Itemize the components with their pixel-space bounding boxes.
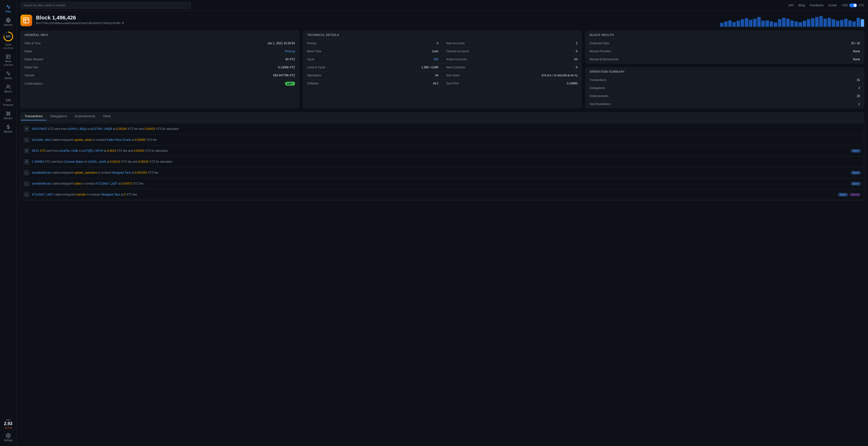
new-accounts-value: 2 <box>576 42 578 45</box>
tx-content: 56.01 XTZ sent from tz1aFdz..U28k to tz1… <box>32 148 848 153</box>
svg-point-6 <box>7 100 9 101</box>
tx-to[interactable]: tz1S7WY..U6QR <box>91 127 112 131</box>
svg-rect-4 <box>6 55 10 59</box>
transaction-list: ↱ 500.676437 XTZ sent from tz1hPc1..68Qs… <box>21 124 864 200</box>
nav-feedback[interactable]: Feedback <box>810 3 824 7</box>
tx-badges: Batch <box>851 171 861 175</box>
cleared-accounts-row: Cleared Accounts 0 <box>442 47 581 56</box>
block-chart <box>720 14 864 27</box>
cycle-sublabel: +1d 47min <box>3 47 13 49</box>
block-hash: BLK7T9KLQVGWMywu4ajRUwbsqSZsk92V9Ew63c5U… <box>36 22 716 25</box>
chart-bar <box>762 21 765 27</box>
chart-bar <box>757 17 761 27</box>
tx-to[interactable]: tz1TQPo..NPV9 <box>82 149 103 152</box>
sidebar-label-markets: Markets <box>4 130 13 133</box>
chart-bar <box>848 21 852 27</box>
currency-toggle-switch[interactable] <box>849 3 857 7</box>
tx-from[interactable]: Coinone Baker <box>64 160 84 163</box>
sidebar: Stats Mainnet 377 Cycle +1d 47min Block … <box>0 0 17 446</box>
sidebar-item-settings[interactable]: Settings <box>1 431 16 444</box>
general-info-panel: General Info Date & Time Jun 1, 2021 10:… <box>21 31 299 108</box>
sidebar-item-election[interactable]: Election <box>1 109 16 122</box>
tx-amount[interactable]: 56.01 <box>32 149 39 152</box>
sidebar-item-cycle[interactable]: 377 Cycle +1d 47min <box>1 29 16 51</box>
chart-bar <box>795 22 798 27</box>
date-value: Jun 1, 2021 10:26:54 <box>268 42 295 45</box>
currency-toggle[interactable]: USD XTZ <box>842 3 864 7</box>
transfer-icon: ↱ <box>24 126 29 132</box>
sidebar-item-activity[interactable]: Activity <box>1 69 16 81</box>
chart-bar <box>778 19 781 27</box>
tx-content: somaticbits.tez called entrypoint update… <box>32 170 848 175</box>
new-contracts-row: New Contracts 0 <box>442 64 581 71</box>
delegations-op-label: Delegations <box>590 86 605 90</box>
tab-delegations[interactable]: Delegations <box>46 112 71 121</box>
sidebar-item-protocols[interactable]: Protocols <box>1 96 16 108</box>
usd-price-widget: USD 2.93 -0.2 % <box>1 417 16 431</box>
tab-other[interactable]: Other <box>99 112 115 121</box>
priority-row: Priority 0 <box>303 39 442 47</box>
sidebar-item-stats[interactable]: Stats <box>1 2 16 15</box>
baker-row: Baker PosLog <box>21 47 299 56</box>
nav-api[interactable]: API <box>788 3 794 7</box>
sidebar-item-block[interactable]: Block 1,546,802 <box>1 52 16 68</box>
missed-endorsements-value: None <box>853 58 860 61</box>
tx-caller[interactable]: KT1UNe7..LbDT <box>32 193 53 196</box>
date-time-row: Date & Time Jun 1, 2021 10:26:54 <box>21 39 299 47</box>
tab-endorsements[interactable]: Endorsements <box>71 112 99 121</box>
sidebar-item-mainnet[interactable]: Mainnet <box>1 16 16 28</box>
sidebar-item-markets[interactable]: Markets <box>1 123 16 135</box>
nav-blog[interactable]: Blog <box>798 3 805 7</box>
usd-value: 2.93 <box>3 421 13 426</box>
tx-amount[interactable]: 500.676437 <box>32 127 47 131</box>
tx-content: 500.676437 XTZ sent from tz1hPc1..68Qs t… <box>32 127 859 131</box>
chart-bar <box>836 21 839 27</box>
tx-content: KT1UNe7..LbDT called entrypoint transfer… <box>32 192 835 197</box>
sidebar-label-cycle: Cycle <box>5 43 11 46</box>
chart-bar <box>803 21 806 27</box>
baker-reward-label: Baker Reward <box>25 58 43 61</box>
tx-contract[interactable]: Wrapped Taco <box>112 171 131 174</box>
transactions-op-row: Transactions 31 <box>586 76 864 84</box>
priority-value: 0 <box>437 42 438 45</box>
tx-to[interactable]: tz1KhiL..a3vN <box>88 160 106 163</box>
tx-caller[interactable]: somaticbits.tez <box>32 182 51 185</box>
tx-from[interactable]: tz1aFdz..U28k <box>59 149 78 152</box>
tx-contract[interactable]: Kaiko Price Oracle <box>107 138 131 141</box>
chart-bar <box>745 18 748 27</box>
table-row: ↱ 1.304903 XTZ sent from Coinone Baker t… <box>21 157 864 167</box>
cycle-number: 377 <box>6 35 10 38</box>
baker-value[interactable]: PosLog <box>285 49 295 53</box>
tx-from[interactable]: tz1hPc1..68Qs <box>67 127 87 131</box>
baker-reward-row: Baker Reward 40 XTZ <box>21 56 299 64</box>
missed-priorities-row: Missed Priorities None <box>586 47 864 56</box>
chart-bar <box>840 20 843 27</box>
tx-caller[interactable]: somaticbits.tez <box>32 171 51 174</box>
sidebar-item-bakers[interactable]: Bakers <box>1 82 16 95</box>
contract-icon: >_ <box>24 137 29 143</box>
gas-price-value: 0.14860 <box>567 82 577 85</box>
tx-contract[interactable]: Wrapped Taco <box>101 193 120 196</box>
tx-contract[interactable]: KT1UNe7..LbDT <box>96 182 118 185</box>
copy-hash-button[interactable]: ⧉ <box>122 22 124 25</box>
chart-bar <box>786 19 789 27</box>
sidebar-label-protocols: Protocols <box>3 104 13 106</box>
tx-caller[interactable]: tz1c5wm..zfmJ <box>32 138 51 141</box>
key-revelations-op-row: Key Revelations 1 <box>586 100 864 108</box>
nav-guide[interactable]: Guide <box>828 3 837 7</box>
main-content: API Blog Feedback Guide USD XTZ Block 1,… <box>17 0 868 446</box>
operation-summary-panel: Operation Summary Transactions 31 Delega… <box>585 67 864 108</box>
endorsed-slots-row: Endorsed Slots 32 / 32 <box>586 39 864 47</box>
endorsed-slots-value: 32 / 32 <box>851 42 860 45</box>
chart-bar <box>815 17 818 27</box>
batch-badge: Batch <box>851 149 861 153</box>
delegations-op-row: Delegations 2 <box>586 84 864 92</box>
volume-row: Volume 563.947786 XTZ <box>21 71 299 79</box>
operations-label: Operations <box>307 74 321 77</box>
level-cycle-row: Level in Cycle 1,385 / 4,095 <box>303 64 442 71</box>
cycle-value[interactable]: 365 <box>434 58 438 61</box>
search-input[interactable] <box>21 2 191 8</box>
table-row: >_ somaticbits.tez called entrypoint sta… <box>21 178 864 189</box>
tab-transactions[interactable]: Transactions <box>21 112 46 121</box>
tx-amount[interactable]: 1.304903 <box>32 160 44 163</box>
